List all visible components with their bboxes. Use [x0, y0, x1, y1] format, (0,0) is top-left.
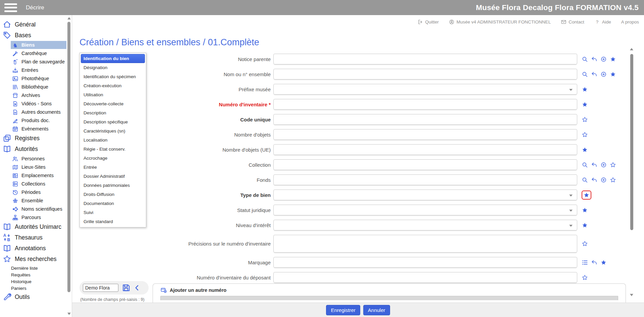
- undo-icon[interactable]: [591, 259, 597, 266]
- plus-circle-icon[interactable]: [600, 56, 607, 62]
- numero-d-inventaire-du-deposant-input[interactable]: [273, 272, 577, 283]
- search-icon[interactable]: [582, 177, 588, 183]
- sidebar-item-outils[interactable]: Outils: [0, 292, 72, 302]
- sidebar-item-phototheque[interactable]: Photothèque: [11, 74, 66, 83]
- sidebar-scrollbar-thumb[interactable]: [67, 22, 70, 292]
- sidebar-item-emplacements[interactable]: Emplacements: [11, 171, 66, 179]
- plus-circle-icon[interactable]: [600, 162, 607, 168]
- main-scrollbar[interactable]: [629, 48, 634, 296]
- tab-description-specifique[interactable]: Description spécifique: [81, 117, 145, 126]
- tab-identification-du-bien[interactable]: Identification du bien: [81, 54, 145, 63]
- sidebar-item-plan-de-sauvegarde[interactable]: Plan de sauvegarde: [11, 58, 66, 66]
- add-number-header[interactable]: Ajouter un autre numéro: [160, 287, 618, 294]
- notice-parente-input[interactable]: [273, 54, 577, 64]
- star-filled-icon[interactable]: [583, 192, 590, 198]
- sidebar-item-bases[interactable]: Bases: [0, 30, 72, 40]
- undo-icon[interactable]: [591, 71, 597, 77]
- sidebar-item-autorites[interactable]: Autorités: [0, 144, 72, 154]
- tab-accrochage[interactable]: Accrochage: [81, 154, 145, 163]
- sidebar-item-parcours[interactable]: Parcours: [11, 213, 66, 221]
- sidebar-item-paniers[interactable]: Paniers: [11, 285, 72, 292]
- tab-suivi[interactable]: Suivi: [81, 208, 145, 217]
- utility-link-musee-v4-administrateur-fonctionnel[interactable]: Musée v4 ADMINISTRATEUR FONCTIONNEL: [449, 19, 551, 25]
- numero-d-inventaire-input[interactable]: [273, 99, 577, 110]
- tab-utilisation[interactable]: Utilisation: [81, 90, 145, 99]
- star-filled-icon[interactable]: [600, 259, 607, 266]
- star-outline-icon[interactable]: [610, 162, 616, 168]
- sidebar-item-produits-doc[interactable]: Produits doc.: [11, 116, 66, 124]
- tab-droits-diffusion[interactable]: Droits-Diffusion: [81, 190, 145, 199]
- sidebar-item-collections[interactable]: Collections: [11, 180, 66, 188]
- star-outline-icon[interactable]: [582, 116, 588, 123]
- sidebar-item-autorites-unimarc[interactable]: Autorités Unimarc: [0, 222, 72, 232]
- star-filled-icon[interactable]: [582, 207, 588, 213]
- precisions-sur-le-numero-d-inventaire-textarea[interactable]: [273, 235, 577, 253]
- type-de-bien-select[interactable]: [273, 190, 577, 200]
- nombre-d-objets-ue-input[interactable]: [273, 144, 577, 155]
- utility-link-aide[interactable]: ?Aide: [594, 19, 611, 25]
- sidebar-item-bibliotheque[interactable]: Bibliothèque: [11, 83, 66, 91]
- utility-link-quitter[interactable]: Quitter: [418, 19, 439, 25]
- sidebar-item-autres-documents[interactable]: Autres documents: [11, 108, 66, 116]
- tab-localisation[interactable]: Localisation: [81, 136, 145, 145]
- plus-circle-icon[interactable]: [600, 71, 607, 77]
- prefixe-musee-select[interactable]: [273, 84, 577, 95]
- fonds-input[interactable]: [273, 174, 577, 185]
- star-outline-icon[interactable]: [582, 274, 588, 281]
- search-icon[interactable]: [582, 56, 588, 62]
- sidebar-item-general[interactable]: Général: [0, 19, 72, 30]
- list-icon[interactable]: [582, 259, 588, 266]
- scroll-down-icon[interactable]: [67, 313, 71, 315]
- save-button[interactable]: Enregistrer: [326, 305, 360, 315]
- undo-icon[interactable]: [591, 177, 597, 183]
- sidebar-item-annotations[interactable]: Annotations: [0, 243, 72, 253]
- sidebar-item-periodes[interactable]: Périodes: [11, 188, 66, 196]
- niveau-d-interet-select[interactable]: [273, 220, 577, 230]
- sidebar-item-noms-scientifiques[interactable]: Noms scientifiques: [11, 205, 66, 213]
- utility-link-contact[interactable]: Contact: [561, 19, 584, 25]
- sidebar-item-lieux-sites[interactable]: Lieux-Sites: [11, 163, 66, 171]
- search-icon[interactable]: [582, 162, 588, 168]
- sidebar-item-thesaurus[interactable]: ABThesaurus: [0, 232, 72, 243]
- sidebar-item-registres[interactable]: Registres: [0, 133, 72, 143]
- sidebar-item-videos-sons[interactable]: Vidéos - Sons: [11, 100, 66, 108]
- star-filled-icon[interactable]: [610, 71, 616, 77]
- statut-juridique-select[interactable]: [273, 205, 577, 215]
- undo-icon[interactable]: [591, 56, 597, 62]
- scroll-up-icon[interactable]: [630, 48, 633, 50]
- cancel-button[interactable]: Annuler: [363, 305, 390, 315]
- code-unique-input[interactable]: [273, 114, 577, 125]
- marquage-input[interactable]: [273, 257, 577, 268]
- tab-documentation[interactable]: Documentation: [81, 199, 145, 208]
- tab-caracteristiques-sn[interactable]: Caractéristiques (sn): [81, 126, 145, 136]
- tab-designation[interactable]: Désignation: [81, 63, 145, 72]
- sidebar-item-ensemble[interactable]: Ensemble: [11, 197, 66, 205]
- sidebar-item-evenements[interactable]: Evènements: [11, 125, 66, 133]
- tab-dossier-administratif[interactable]: Dossier Administratif: [81, 172, 145, 181]
- star-filled-icon[interactable]: [582, 86, 588, 93]
- star-outline-icon[interactable]: [610, 177, 616, 183]
- sidebar-item-requetes[interactable]: Requêtes: [11, 271, 72, 278]
- tab-entree[interactable]: Entrée: [81, 163, 145, 172]
- nom-ou-n-ensemble-input[interactable]: [273, 69, 577, 80]
- sidebar-item-biens[interactable]: ♞Biens: [11, 41, 66, 49]
- scroll-up-icon[interactable]: [67, 17, 71, 19]
- plus-circle-icon[interactable]: [600, 177, 607, 183]
- sidebar-item-historique[interactable]: Historique: [11, 278, 72, 285]
- tab-regie-etat-conserv[interactable]: Régie - Etat conserv.: [81, 145, 145, 154]
- tab-decouverte-collecte[interactable]: Découverte-collecte: [81, 99, 145, 108]
- chevron-left-icon[interactable]: [134, 284, 141, 291]
- tab-identification-du-specimen[interactable]: Identification du spécimen: [81, 72, 145, 81]
- nombre-d-objets-input[interactable]: [273, 129, 577, 140]
- tab-creation-execution[interactable]: Création-exécution: [81, 81, 145, 90]
- tab-donnees-patrimoniales[interactable]: Données patrimoniales: [81, 181, 145, 190]
- main-scrollbar-thumb[interactable]: [630, 54, 633, 230]
- tab-description[interactable]: Description: [81, 108, 145, 117]
- preset-name-input[interactable]: [83, 284, 118, 292]
- scroll-down-icon[interactable]: [630, 294, 633, 296]
- search-icon[interactable]: [582, 71, 588, 77]
- hamburger-menu-icon[interactable]: [4, 3, 17, 12]
- sidebar-item-personnes[interactable]: Personnes: [11, 155, 66, 163]
- star-filled-icon[interactable]: [582, 147, 588, 153]
- sidebar-item-archives[interactable]: Archives: [11, 91, 66, 99]
